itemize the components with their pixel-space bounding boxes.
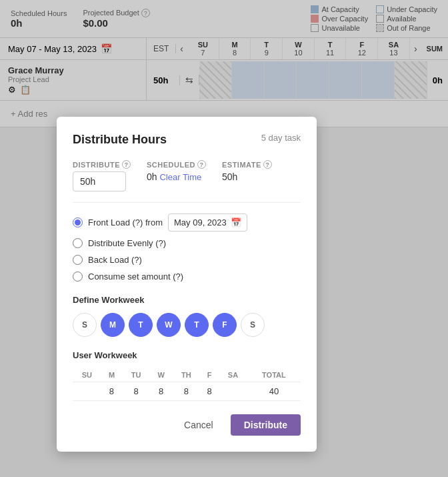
th-su: SU: [73, 368, 101, 382]
estimate-label: ESTIMATE ?: [222, 160, 272, 169]
front-load-option[interactable]: Front Load (?) from May 09, 2023 📅: [73, 213, 301, 231]
user-workweek-label: User Workweek: [73, 350, 301, 360]
front-load-label: Front Load (?) from: [88, 217, 163, 227]
evenly-option[interactable]: Distribute Evenly (?): [73, 238, 301, 248]
modal-footer: Cancel Distribute: [73, 414, 301, 436]
td-sa: [219, 382, 247, 401]
back-load-radio[interactable]: [73, 255, 83, 265]
distribute-label: DISTRIBUTE ?: [73, 160, 131, 169]
day-btn-f[interactable]: F: [213, 313, 237, 337]
td-f: 8: [200, 382, 219, 401]
front-load-radio[interactable]: [73, 217, 83, 227]
distribute-hours-modal: Distribute Hours 5 day task DISTRIBUTE ?…: [57, 117, 317, 452]
define-workweek-label: Define Workweek: [73, 295, 301, 305]
back-load-label: Back Load (?): [88, 255, 142, 265]
front-load-date: May 09, 2023: [174, 217, 227, 227]
th-w: W: [150, 368, 173, 382]
back-load-option[interactable]: Back Load (?): [73, 255, 301, 265]
distribute-button[interactable]: Distribute: [231, 414, 301, 436]
td-su: [73, 382, 101, 401]
day-btn-t2[interactable]: T: [185, 313, 209, 337]
day-btn-s1[interactable]: S: [73, 313, 97, 337]
td-tu: 8: [122, 382, 150, 401]
day-btn-m[interactable]: M: [101, 313, 125, 337]
divider: [73, 202, 301, 203]
td-m: 8: [101, 382, 123, 401]
td-total: 40: [247, 382, 301, 401]
distribute-input[interactable]: [73, 171, 126, 191]
th-f: F: [200, 368, 219, 382]
th-sa: SA: [219, 368, 247, 382]
th-tu: TU: [122, 368, 150, 382]
front-load-date-picker[interactable]: May 09, 2023 📅: [168, 213, 247, 231]
estimate-field: ESTIMATE ? 50h: [222, 160, 272, 191]
clear-time-link[interactable]: Clear Time: [159, 172, 201, 182]
scheduled-help-icon[interactable]: ?: [197, 160, 206, 169]
workweek-table: SU M TU W TH F SA TOTAL 8 8: [73, 368, 301, 401]
td-w: 8: [150, 382, 173, 401]
day-btn-s2[interactable]: S: [241, 313, 265, 337]
evenly-radio[interactable]: [73, 238, 83, 248]
consume-radio[interactable]: [73, 272, 83, 282]
radio-group: Front Load (?) from May 09, 2023 📅 Distr…: [73, 213, 301, 282]
th-total: TOTAL: [247, 368, 301, 382]
distribute-help-icon[interactable]: ?: [122, 160, 131, 169]
modal-subtitle: 5 day task: [261, 133, 301, 143]
distribute-field: DISTRIBUTE ?: [73, 160, 131, 191]
th-th: TH: [173, 368, 201, 382]
scheduled-field: SCHEDULED ? 0h Clear Time: [147, 160, 206, 191]
consume-label: Consume set amount (?): [88, 272, 183, 282]
td-th: 8: [173, 382, 201, 401]
day-btn-w[interactable]: W: [157, 313, 181, 337]
calendar-picker-icon[interactable]: 📅: [231, 217, 241, 227]
estimate-help-icon[interactable]: ?: [263, 160, 272, 169]
workweek-days: S M T W T F S: [73, 313, 301, 337]
modal-fields-row: DISTRIBUTE ? SCHEDULED ? 0h Clear Time: [73, 160, 301, 191]
evenly-label: Distribute Evenly (?): [88, 238, 166, 248]
estimate-value: 50h: [222, 171, 272, 182]
scheduled-label: SCHEDULED ?: [147, 160, 206, 169]
th-m: M: [101, 368, 123, 382]
workweek-row: 8 8 8 8 8 40: [73, 382, 301, 401]
scheduled-value: 0h Clear Time: [147, 171, 206, 182]
day-btn-t1[interactable]: T: [129, 313, 153, 337]
modal-header: Distribute Hours 5 day task: [73, 133, 301, 147]
modal-title: Distribute Hours: [73, 133, 167, 147]
modal-overlay: Distribute Hours 5 day task DISTRIBUTE ?…: [0, 0, 448, 477]
consume-option[interactable]: Consume set amount (?): [73, 272, 301, 282]
cancel-button[interactable]: Cancel: [173, 414, 224, 436]
